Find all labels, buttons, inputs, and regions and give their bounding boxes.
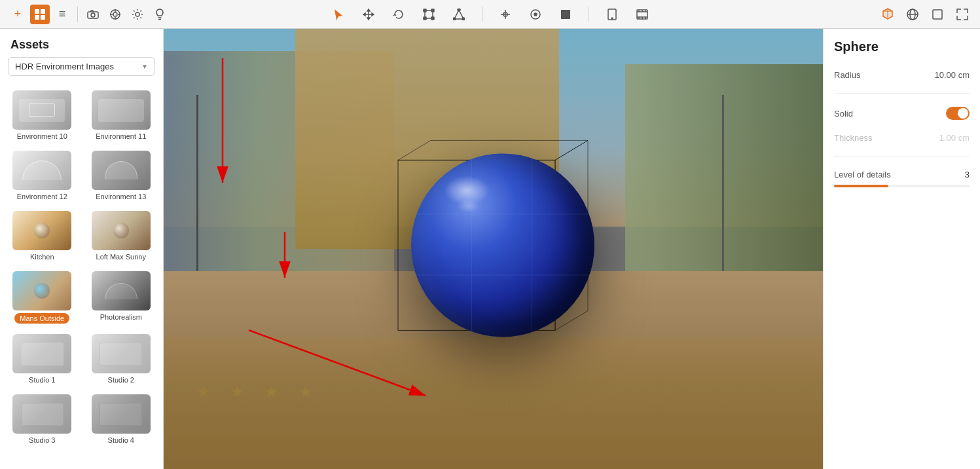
new-button[interactable]: + (8, 5, 27, 24)
lod-value: 3 (965, 170, 970, 179)
asset-photo[interactable]: Photorealism (84, 269, 158, 326)
asset-kitchen[interactable]: Kitchen (5, 208, 79, 263)
svg-rect-1 (41, 9, 45, 14)
svg-point-30 (453, 18, 456, 20)
svg-rect-25 (431, 17, 434, 20)
mans-label: Mans Outside (14, 313, 69, 324)
toolbar-right (878, 5, 972, 24)
cube-3d-btn[interactable] (878, 5, 898, 24)
toolbar-left: + ≡ (8, 5, 170, 24)
kitchen-label: Kitchen (30, 253, 54, 261)
thickness-row: Thickness 1.00 cm (834, 130, 970, 145)
studio3-label: Studio 3 (29, 436, 55, 444)
lod-header: Level of details 3 (834, 170, 970, 179)
env10-label: Environment 10 (17, 132, 67, 140)
asset-loft[interactable]: Loft Max Sunny (84, 208, 158, 263)
move-tool-btn[interactable] (359, 5, 378, 24)
main-layout: Assets HDR Environment Images ▼ Environm… (0, 29, 980, 469)
env13-thumb (92, 151, 151, 190)
lod-label: Level of details (834, 170, 891, 179)
solid-row: Solid (834, 104, 970, 122)
sphere-scene (411, 153, 594, 337)
env11-thumb (92, 90, 151, 130)
toolbar: + ≡ (0, 0, 980, 29)
solid-label: Solid (834, 109, 853, 119)
studio1-thumb (12, 334, 71, 373)
grid-button[interactable] (30, 5, 50, 24)
radius-row: Radius 10.00 cm (834, 67, 970, 83)
asset-studio4[interactable]: Studio 4 (84, 392, 158, 447)
asset-env13[interactable]: Environment 13 (84, 148, 158, 203)
studio4-label: Studio 4 (108, 436, 134, 444)
film-tool-btn[interactable] (632, 5, 652, 24)
circle-select-btn[interactable] (526, 5, 545, 24)
select-tool-btn[interactable] (329, 5, 348, 24)
assets-grid: Environment 10 Environment 11 Environmen… (0, 83, 163, 469)
divider1 (834, 93, 970, 94)
square-tool-btn[interactable] (556, 5, 575, 24)
env13-label: Environment 13 (96, 193, 146, 200)
svg-rect-22 (424, 9, 426, 12)
svg-marker-17 (367, 9, 370, 11)
svg-rect-53 (933, 10, 942, 19)
loft-label: Loft Max Sunny (96, 253, 146, 261)
radius-label: Radius (834, 70, 860, 80)
vertex-tool-btn[interactable] (449, 5, 469, 24)
svg-rect-2 (35, 15, 39, 20)
env12-thumb (12, 151, 71, 190)
solid-toggle[interactable] (946, 107, 970, 120)
assets-title: Assets (0, 29, 163, 57)
studio1-label: Studio 1 (29, 376, 55, 384)
svg-marker-20 (372, 13, 374, 16)
svg-marker-18 (367, 18, 370, 20)
thickness-label: Thickness (834, 133, 873, 143)
svg-point-36 (534, 13, 537, 16)
svg-point-38 (611, 18, 613, 19)
env10-thumb (12, 90, 71, 130)
asset-env10[interactable]: Environment 10 (5, 88, 79, 143)
divider2 (834, 156, 970, 157)
expand-btn[interactable] (953, 5, 972, 24)
menu-button[interactable]: ≡ (52, 5, 72, 24)
asset-studio1[interactable]: Studio 1 (5, 331, 79, 386)
asset-studio2[interactable]: Studio 2 (84, 331, 158, 386)
asset-mans[interactable]: Mans Outside (5, 269, 79, 326)
svg-point-12 (136, 12, 139, 16)
svg-point-29 (458, 9, 460, 11)
toolbar-center (329, 5, 652, 24)
frame-tool-btn[interactable] (419, 5, 439, 24)
svg-rect-0 (35, 9, 39, 14)
left-sidebar: Assets HDR Environment Images ▼ Environm… (0, 29, 164, 469)
sphere-3d (411, 153, 594, 337)
thickness-value: 1.00 cm (939, 133, 970, 143)
lod-slider[interactable] (834, 185, 970, 187)
rotate-tool-btn[interactable] (389, 5, 408, 24)
world-btn[interactable] (903, 5, 922, 24)
sep3 (589, 7, 589, 22)
square-view-btn[interactable] (928, 5, 947, 24)
env12-label: Environment 12 (17, 193, 67, 200)
photo-label: Photorealism (100, 313, 142, 321)
svg-marker-19 (363, 13, 365, 16)
lod-section: Level of details 3 (834, 170, 970, 187)
settings-button[interactable] (128, 5, 147, 24)
camera-button[interactable] (83, 5, 103, 24)
phone-tool-btn[interactable] (602, 5, 622, 24)
svg-rect-23 (431, 9, 434, 12)
pivot-tool-btn[interactable] (496, 5, 515, 24)
asset-env11[interactable]: Environment 11 (84, 88, 158, 143)
asset-env12[interactable]: Environment 12 (5, 148, 79, 203)
panel-title: Sphere (834, 39, 970, 54)
assets-dropdown[interactable]: HDR Environment Images ▼ (8, 57, 155, 76)
svg-point-31 (462, 18, 465, 20)
lod-slider-fill (834, 185, 888, 187)
right-panel: Sphere Radius 10.00 cm Solid Thickness 1… (823, 29, 980, 469)
bulb-button[interactable] (150, 5, 170, 24)
asset-studio3[interactable]: Studio 3 (5, 392, 79, 447)
studio4-thumb (92, 394, 151, 434)
target-button[interactable] (105, 5, 125, 24)
viewport[interactable]: ★ ★ ★ ★ (164, 29, 823, 469)
photo-thumb (92, 271, 151, 310)
dropdown-label: HDR Environment Images (15, 62, 114, 71)
svg-point-7 (113, 12, 117, 16)
